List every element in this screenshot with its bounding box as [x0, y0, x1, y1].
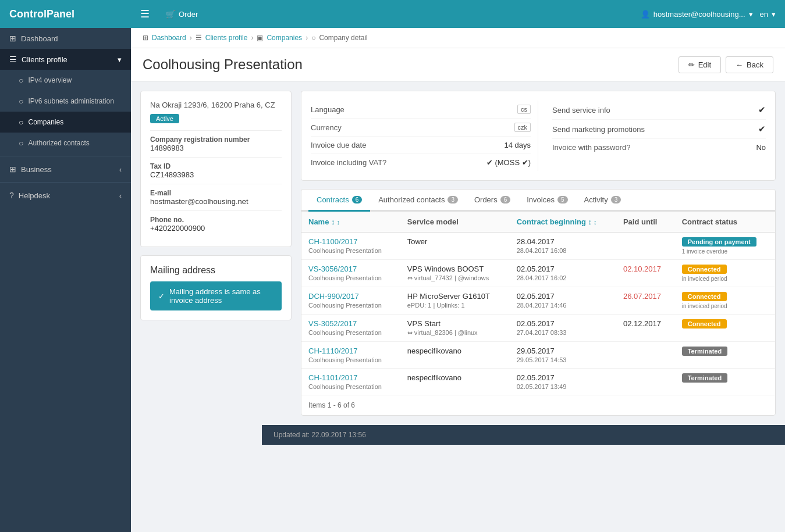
- sidebar-item-companies[interactable]: ○ Companies: [0, 112, 131, 133]
- nav-center: ☰ 🛒 Order: [140, 8, 641, 20]
- password-value: No: [756, 143, 766, 152]
- mailing-card: Mailing address ✓ Mailing address is sam…: [140, 255, 292, 320]
- breadcrumb-dashboard-link[interactable]: Dashboard: [152, 34, 186, 42]
- cell-contract-status: Terminated: [675, 369, 775, 395]
- breadcrumb-sep-2: ›: [251, 34, 253, 42]
- cell-contract-beginning: 29.05.2017 29.05.2017 14:53: [510, 342, 616, 369]
- sidebar-item-ipv4[interactable]: ○ IPv4 overview: [0, 70, 131, 91]
- edit-button[interactable]: ✏ Edit: [679, 56, 721, 73]
- info-row-vat: Invoice including VAT? ✔ (MOSS ✔): [311, 154, 531, 171]
- cell-paid-until: [616, 369, 675, 395]
- status-sub: in invoiced period: [682, 276, 768, 282]
- user-email-nav[interactable]: 👤 hostmaster@coolhousing... ▾: [641, 10, 753, 19]
- helpdesk-chevron-icon: ‹: [119, 191, 122, 200]
- cell-contract-status: Connected in invoiced period: [675, 287, 775, 315]
- service-info-label: Send service info: [552, 106, 610, 115]
- menu-icon[interactable]: ☰: [140, 8, 150, 20]
- col-paid-until: Paid until: [616, 212, 675, 233]
- contract-sub: Coolhousing Presentation: [308, 274, 393, 281]
- sidebar-item-clients-profile[interactable]: ☰ Clients profile ▾: [0, 49, 131, 70]
- info-card: Language cs Currency czk Invoice due dat…: [301, 91, 776, 181]
- user-dropdown-icon: ▾: [749, 10, 753, 19]
- contract-sub: Coolhousing Presentation: [308, 383, 393, 390]
- company-status-badge: Active: [150, 114, 179, 123]
- tab-authorized-contacts-label: Authorized contacts: [378, 195, 445, 204]
- contract-link[interactable]: DCH-990/2017: [308, 292, 359, 301]
- reg-number-label: Company registration number: [150, 135, 282, 144]
- ipv4-icon: ○: [19, 76, 23, 85]
- cell-paid-until: 26.07.2017: [616, 287, 675, 315]
- tab-orders-badge: 6: [500, 196, 511, 203]
- cell-contract-status: Terminated: [675, 342, 775, 369]
- tab-invoices[interactable]: Invoices 5: [518, 190, 576, 212]
- table-row: CH-1110/2017 Coolhousing Presentation ne…: [301, 342, 775, 369]
- sidebar-item-authorized-contacts[interactable]: ○ Authorized contacts: [0, 133, 131, 153]
- contract-sub: Coolhousing Presentation: [308, 329, 393, 336]
- tab-authorized-contacts[interactable]: Authorized contacts 3: [370, 190, 466, 212]
- tax-id-label: Tax ID: [150, 162, 282, 170]
- phone-field: Phone no. +420220000900: [150, 210, 282, 237]
- info-row-language: Language cs: [311, 101, 531, 119]
- table-row: CH-1100/2017 Coolhousing Presentation To…: [301, 233, 775, 260]
- page-title: Coolhousing Presentation: [143, 56, 303, 81]
- reg-number-field: Company registration number 14896983: [150, 130, 282, 157]
- tab-activity[interactable]: Activity 3: [576, 190, 630, 212]
- sidebar-item-helpdesk[interactable]: ? Helpdesk ‹: [0, 185, 131, 206]
- cell-service-model: nespecifikovano: [400, 369, 510, 395]
- cell-service-model: nespecifikovano: [400, 342, 510, 369]
- ipv6-icon: ○: [19, 97, 23, 106]
- col-contract-beginning[interactable]: Contract beginning ↕: [510, 212, 616, 233]
- vat-label: Invoice including VAT?: [311, 158, 386, 167]
- cell-service-model: VPS Start ⇔ virtual_82306 | @linux: [400, 315, 510, 342]
- breadcrumb-companies-icon: ▣: [257, 34, 263, 42]
- sidebar-item-dashboard[interactable]: ⊞ Dashboard: [0, 28, 131, 49]
- back-button[interactable]: ← Back: [726, 56, 773, 73]
- breadcrumb-clients-icon: ☰: [196, 34, 202, 42]
- back-label: Back: [747, 60, 763, 69]
- user-email-label: hostmaster@coolhousing...: [653, 10, 745, 19]
- cell-contract-status: Pending on payment 1 invoice overdue: [675, 233, 775, 260]
- tab-activity-badge: 3: [611, 196, 621, 203]
- order-nav-item[interactable]: 🛒 Order: [166, 10, 198, 19]
- lang-dropdown-icon: ▾: [772, 10, 776, 19]
- service-model-name: VPS Windows BOOST: [407, 265, 503, 273]
- tab-orders[interactable]: Orders 6: [466, 190, 518, 212]
- cell-name: VS-3052/2017 Coolhousing Presentation: [301, 315, 400, 342]
- edit-icon: ✏: [688, 60, 695, 69]
- col-name[interactable]: Name ↕: [301, 212, 400, 233]
- table-header-row: Name ↕ Service model Contract beginning …: [301, 212, 775, 233]
- breadcrumb-companies-link[interactable]: Companies: [267, 34, 302, 42]
- contract-link[interactable]: CH-1110/2017: [308, 347, 358, 355]
- contract-beginning-datetime: 28.04.2017 16:02: [517, 274, 609, 281]
- cell-service-model: HP MicroServer G1610T ePDU: 1 | Uplinks:…: [400, 287, 510, 315]
- sidebar-divider-2: [0, 182, 131, 183]
- sidebar-item-business[interactable]: ⊞ Business ‹: [0, 159, 131, 180]
- helpdesk-icon: ?: [9, 191, 14, 200]
- contract-beginning-date: 02.05.2017: [517, 265, 609, 273]
- clients-profile-icon: ☰: [9, 55, 17, 64]
- vat-value: ✔ (MOSS ✔): [486, 158, 531, 167]
- sidebar: ⊞ Dashboard ☰ Clients profile ▾ ○ IPv4 o…: [0, 28, 131, 445]
- contract-link[interactable]: VS-3052/2017: [308, 319, 357, 328]
- sidebar-item-ipv6[interactable]: ○ IPv6 subnets administration: [0, 91, 131, 112]
- status-sub: in invoiced period: [682, 303, 768, 309]
- service-model-name: nespecifikovano: [407, 373, 503, 382]
- mailing-check-icon: ✓: [158, 292, 165, 301]
- table-row: VS-3056/2017 Coolhousing Presentation VP…: [301, 260, 775, 287]
- tab-activity-label: Activity: [584, 195, 608, 204]
- breadcrumb-clients-link[interactable]: Clients profile: [205, 34, 248, 42]
- lang-selector[interactable]: en ▾: [760, 10, 776, 19]
- table-row: CH-1101/2017 Coolhousing Presentation ne…: [301, 369, 775, 395]
- brand: ControlPanel: [9, 8, 140, 20]
- breadcrumb-company-detail: Company detail: [319, 34, 367, 42]
- contract-link[interactable]: VS-3056/2017: [308, 265, 357, 273]
- contracts-table-container: Name ↕ Service model Contract beginning …: [301, 212, 775, 415]
- col-service-model: Service model: [400, 212, 510, 233]
- cell-service-model: VPS Windows BOOST ⇔ virtual_77432 | @win…: [400, 260, 510, 287]
- bottom-bar: Updated at: 22.09.2017 13:56: [262, 425, 785, 445]
- tab-contracts[interactable]: Contracts 6: [308, 190, 370, 212]
- service-model-sub: ⇔ virtual_82306 | @linux: [407, 329, 503, 337]
- contract-link[interactable]: CH-1100/2017: [308, 237, 358, 246]
- contract-link[interactable]: CH-1101/2017: [308, 373, 358, 382]
- status-badge: Terminated: [682, 373, 727, 383]
